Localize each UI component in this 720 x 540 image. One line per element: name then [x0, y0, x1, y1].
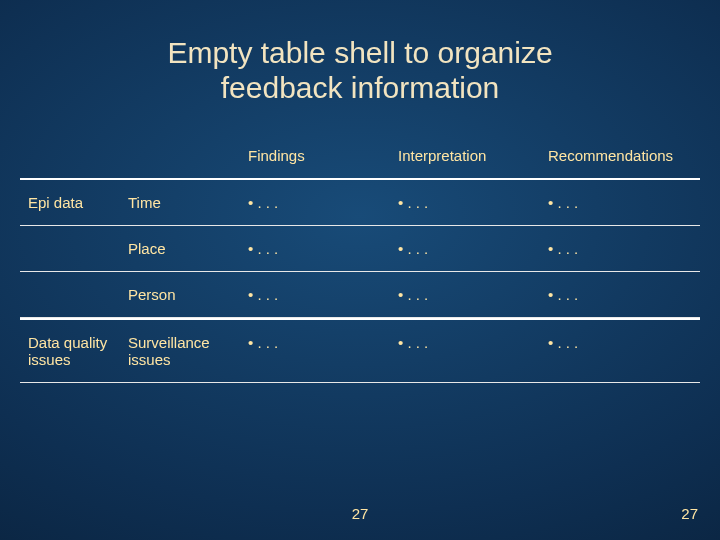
group-cell: Epi data — [20, 179, 120, 226]
table-header-row: Findings Interpretation Recommendations — [20, 133, 700, 178]
group-cell — [20, 272, 120, 318]
group-cell — [20, 226, 120, 272]
interpretation-cell: • . . . — [390, 226, 540, 272]
findings-cell: • . . . — [240, 179, 390, 226]
sub-cell: Person — [120, 272, 240, 318]
group-cell: Data quality issues — [20, 319, 120, 383]
table-row: Person • . . . • . . . • . . . — [20, 272, 700, 318]
table-row: Place • . . . • . . . • . . . — [20, 226, 700, 272]
header-findings: Findings — [240, 133, 390, 178]
header-blank-1 — [120, 133, 240, 178]
page-number-right: 27 — [681, 505, 698, 522]
feedback-table: Findings Interpretation Recommendations … — [20, 133, 700, 383]
recommendations-cell: • . . . — [540, 226, 700, 272]
slide: Empty table shell to organize feedback i… — [0, 0, 720, 540]
table-row: Data quality issues Surveillance issues … — [20, 319, 700, 383]
recommendations-cell: • . . . — [540, 272, 700, 318]
header-interpretation: Interpretation — [390, 133, 540, 178]
sub-cell: Surveillance issues — [120, 319, 240, 383]
interpretation-cell: • . . . — [390, 179, 540, 226]
slide-title: Empty table shell to organize feedback i… — [0, 0, 720, 115]
header-recommendations: Recommendations — [540, 133, 700, 178]
table-row: Epi data Time • . . . • . . . • . . . — [20, 179, 700, 226]
header-blank-0 — [20, 133, 120, 178]
sub-cell: Time — [120, 179, 240, 226]
title-line-2: feedback information — [221, 71, 500, 104]
page-number-center: 27 — [0, 505, 720, 522]
interpretation-cell: • . . . — [390, 319, 540, 383]
findings-cell: • . . . — [240, 226, 390, 272]
findings-cell: • . . . — [240, 272, 390, 318]
findings-cell: • . . . — [240, 319, 390, 383]
title-line-1: Empty table shell to organize — [167, 36, 552, 69]
recommendations-cell: • . . . — [540, 319, 700, 383]
interpretation-cell: • . . . — [390, 272, 540, 318]
recommendations-cell: • . . . — [540, 179, 700, 226]
sub-cell: Place — [120, 226, 240, 272]
